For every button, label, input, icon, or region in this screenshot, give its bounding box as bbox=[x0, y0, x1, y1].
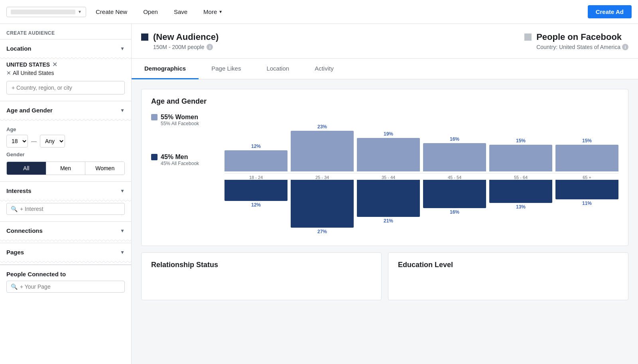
location-sub-close-icon[interactable]: ✕ bbox=[6, 70, 11, 76]
women-color-swatch bbox=[151, 114, 158, 120]
tab-page-likes[interactable]: Page Likes bbox=[199, 59, 254, 79]
location-chevron-icon: ▼ bbox=[120, 46, 125, 51]
main-layout: CREATE AUDIENCE Location ▼ UNITED STATES… bbox=[0, 24, 638, 364]
pages-chevron-icon: ▼ bbox=[120, 250, 125, 255]
men-bar-group-4: 13% bbox=[489, 180, 552, 238]
top-navigation: ▼ Create New Open Save More ▼ Create Ad bbox=[0, 0, 638, 24]
age-gender-label: Age and Gender bbox=[6, 107, 53, 114]
relationship-status-card: Relationship Status bbox=[141, 252, 382, 300]
search-icon-2: 🔍 bbox=[11, 283, 18, 290]
location-section: Location ▼ UNITED STATES ✕ ✕ All United … bbox=[0, 39, 131, 101]
age-gender-card: Age and Gender 55% Women 55% All Faceboo… bbox=[141, 89, 628, 246]
education-level-title: Education Level bbox=[398, 261, 618, 269]
men-pct: 45% Men bbox=[161, 153, 188, 161]
gender-men-button[interactable]: Men bbox=[46, 162, 86, 175]
age-from-select[interactable]: 18 bbox=[6, 135, 28, 148]
x-label-5: 65 + bbox=[555, 175, 618, 180]
men-bar-group-2: 21% bbox=[357, 180, 420, 238]
men-color-swatch bbox=[151, 154, 158, 160]
search-icon: 🔍 bbox=[11, 206, 18, 212]
gender-women-button[interactable]: Women bbox=[85, 162, 124, 175]
more-button[interactable]: More ▼ bbox=[197, 5, 229, 18]
men-sub: 45% All Facebook bbox=[161, 161, 215, 166]
interest-input[interactable] bbox=[20, 206, 120, 212]
women-legend-item: 55% Women bbox=[151, 114, 215, 121]
age-row: 18 — Any bbox=[6, 135, 125, 148]
location-section-header[interactable]: Location ▼ bbox=[0, 39, 131, 57]
tabs-bar: Demographics Page Likes Location Activit… bbox=[132, 59, 638, 79]
audience-left: (New Audience) 150M - 200M people i bbox=[141, 32, 219, 50]
age-gender-card-title: Age and Gender bbox=[151, 97, 618, 106]
men-pct-label-3: 16% bbox=[450, 209, 459, 215]
age-gender-section-header[interactable]: Age and Gender ▼ bbox=[0, 101, 131, 119]
x-labels: 18 - 2425 - 3435 - 4445 - 5455 - 6465 + bbox=[224, 173, 618, 180]
people-connected-input[interactable] bbox=[20, 283, 120, 290]
audience-color-box bbox=[141, 33, 148, 41]
women-sub: 55% All Facebook bbox=[161, 121, 215, 126]
sidebar-title: CREATE AUDIENCE bbox=[0, 24, 131, 39]
pages-section-header[interactable]: Pages ▼ bbox=[0, 243, 131, 261]
gender-all-button[interactable]: All bbox=[7, 162, 46, 175]
men-bar-group-0: 12% bbox=[224, 180, 287, 238]
x-label-3: 45 - 54 bbox=[423, 175, 486, 180]
tab-demographics[interactable]: Demographics bbox=[132, 59, 199, 79]
interests-divider bbox=[0, 200, 131, 203]
bars-area: 12%23%19%16%15%15% 18 - 2425 - 3435 - 44… bbox=[224, 114, 618, 238]
women-bar-group-5: 15% bbox=[555, 114, 618, 171]
bottom-sections: Relationship Status Education Level bbox=[141, 252, 628, 300]
audience-info: (New Audience) 150M - 200M people i bbox=[153, 32, 219, 50]
open-button[interactable]: Open bbox=[137, 5, 164, 18]
country-name: UNITED STATES bbox=[6, 61, 50, 68]
women-bar-1 bbox=[291, 131, 354, 171]
women-bars-row: 12%23%19%16%15%15% bbox=[224, 114, 618, 171]
connections-label: Connections bbox=[6, 227, 43, 234]
men-pct-label-5: 11% bbox=[582, 201, 592, 206]
age-field-label: Age bbox=[6, 126, 125, 132]
men-pct-label-1: 27% bbox=[317, 229, 327, 234]
account-dropdown[interactable]: ▼ bbox=[6, 7, 86, 17]
location-input[interactable] bbox=[6, 81, 125, 94]
sidebar: CREATE AUDIENCE Location ▼ UNITED STATES… bbox=[0, 24, 132, 364]
men-pct-label-0: 12% bbox=[251, 202, 261, 208]
dropdown-chevron-icon: ▼ bbox=[78, 10, 82, 14]
interest-input-wrap: 🔍 bbox=[6, 203, 125, 215]
women-bar-group-3: 16% bbox=[423, 114, 486, 171]
men-pct-label-4: 13% bbox=[516, 204, 526, 210]
audience-info-icon[interactable]: i bbox=[207, 44, 213, 50]
tab-content: Age and Gender 55% Women 55% All Faceboo… bbox=[132, 79, 638, 310]
country-tag: UNITED STATES ✕ bbox=[6, 61, 125, 68]
women-bar-3 bbox=[423, 143, 486, 171]
connections-section-header[interactable]: Connections ▼ bbox=[0, 222, 131, 240]
x-label-2: 35 - 44 bbox=[357, 175, 420, 180]
men-bar-5 bbox=[555, 180, 618, 199]
create-ad-button[interactable]: Create Ad bbox=[588, 5, 632, 18]
location-content: UNITED STATES ✕ ✕ All United States bbox=[0, 61, 131, 101]
fb-info-icon[interactable]: i bbox=[622, 44, 628, 50]
women-legend: 55% Women 55% All Facebook bbox=[151, 114, 215, 126]
women-pct-label-3: 16% bbox=[450, 136, 459, 142]
age-gender-chevron-icon: ▼ bbox=[120, 108, 125, 113]
create-new-button[interactable]: Create New bbox=[89, 5, 134, 18]
women-pct-label-4: 15% bbox=[516, 138, 526, 144]
age-to-select[interactable]: Any bbox=[40, 135, 65, 148]
women-bar-0 bbox=[224, 150, 287, 171]
x-label-4: 55 - 64 bbox=[489, 175, 552, 180]
gender-selector: All Men Women bbox=[6, 161, 125, 175]
location-label: Location bbox=[6, 45, 32, 52]
people-connected-label: People Connected to bbox=[6, 271, 66, 277]
women-bar-group-4: 15% bbox=[489, 114, 552, 171]
country-close-icon[interactable]: ✕ bbox=[52, 61, 57, 68]
tab-activity[interactable]: Activity bbox=[302, 59, 347, 79]
men-bar-4 bbox=[489, 180, 552, 203]
women-bar-4 bbox=[489, 145, 552, 171]
chevron-down-icon: ▼ bbox=[219, 10, 223, 14]
location-sub: ✕ All United States bbox=[6, 70, 125, 76]
interests-section-header[interactable]: Interests ▼ bbox=[0, 182, 131, 200]
x-label-0: 18 - 24 bbox=[224, 175, 287, 180]
fb-sub: Country: United States of America i bbox=[536, 44, 628, 50]
men-bar-0 bbox=[224, 180, 287, 201]
tab-location[interactable]: Location bbox=[254, 59, 302, 79]
women-bar-group-2: 19% bbox=[357, 114, 420, 171]
women-pct-label-2: 19% bbox=[384, 131, 393, 137]
save-button[interactable]: Save bbox=[167, 5, 194, 18]
